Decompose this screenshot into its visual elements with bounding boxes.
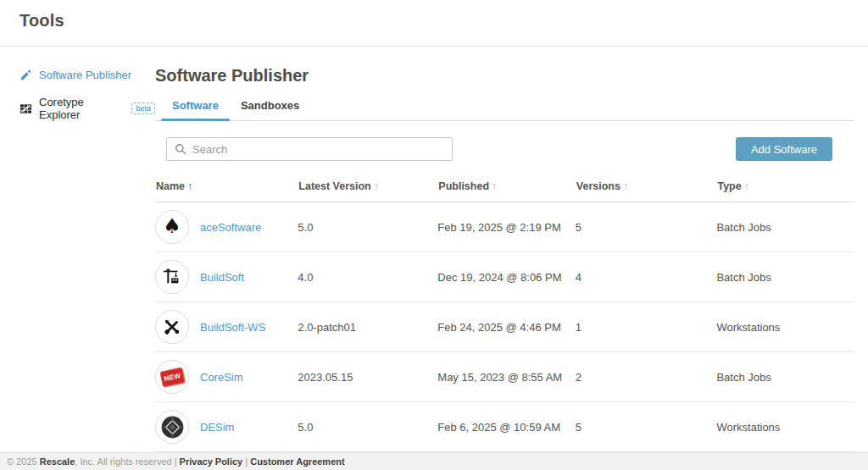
section-title: Software Publisher: [155, 66, 854, 86]
chart-icon: [19, 102, 32, 115]
page-title: Tools: [19, 11, 868, 30]
company-name: Rescale: [40, 456, 75, 467]
crane-icon: [163, 268, 181, 286]
tab-software[interactable]: Software: [161, 99, 230, 120]
main-panel: Software Publisher Software Sandboxes Ad…: [155, 47, 854, 452]
sort-arrow-icon: ↑: [623, 180, 628, 192]
toolbar: Add Software: [155, 137, 854, 161]
type-cell: Batch Jobs: [716, 202, 854, 252]
search-icon: [175, 143, 186, 155]
versions-cell: 4: [576, 252, 717, 302]
sidebar: Software Publisher Coretype Explorer bet…: [0, 47, 155, 135]
copyright-text: © 2025: [7, 456, 40, 467]
published-cell: Feb 19, 2025 @ 2:19 PM: [437, 202, 576, 252]
published-cell: May 15, 2023 @ 8:55 AM: [437, 352, 576, 402]
versions-cell: 1: [576, 302, 717, 352]
latest-version-cell: 2023.05.15: [298, 352, 437, 402]
column-header-versions[interactable]: Versions↑: [576, 175, 717, 202]
sort-arrow-icon: ↑: [187, 180, 192, 192]
customer-agreement-link[interactable]: Customer Agreement: [250, 456, 344, 467]
search-box[interactable]: [166, 137, 453, 161]
avatar: [155, 310, 189, 344]
table-header-row: Name↑ Latest Version↑ Published↑ Version…: [155, 175, 854, 202]
latest-version-cell: 4.0: [298, 252, 437, 302]
beta-badge: beta: [131, 102, 155, 114]
search-input[interactable]: [192, 143, 444, 156]
software-link[interactable]: DESim: [200, 421, 234, 434]
latest-version-cell: 5.0: [298, 402, 437, 452]
tools-page: Tools Software Publisher Coretype Explor…: [0, 0, 868, 470]
table-row: ♠ aceSoftware 5.0 Feb 19, 2025 @ 2:19 PM…: [155, 202, 854, 252]
avatar: [155, 260, 189, 294]
tab-sandboxes[interactable]: Sandboxes: [230, 99, 310, 120]
software-link[interactable]: BuildSoft: [200, 271, 244, 284]
pencil-icon: [19, 69, 32, 81]
software-link[interactable]: aceSoftware: [200, 221, 261, 234]
published-cell: Feb 6, 2025 @ 10:59 AM: [437, 402, 576, 452]
spade-icon: ♠: [163, 216, 181, 236]
type-cell: Batch Jobs: [716, 252, 854, 302]
software-table: Name↑ Latest Version↑ Published↑ Version…: [155, 175, 854, 452]
sort-arrow-icon: ↑: [374, 180, 379, 192]
column-header-latest-version[interactable]: Latest Version↑: [298, 175, 437, 202]
tab-bar: Software Sandboxes: [155, 99, 854, 121]
copyright-suffix: , Inc. All rights reserved: [75, 456, 174, 467]
table-row: BuildSoft-WS 2.0-patch01 Feb 24, 2025 @ …: [155, 302, 854, 352]
published-cell: Dec 19, 2024 @ 8:06 PM: [437, 252, 576, 302]
add-software-button[interactable]: Add Software: [736, 137, 832, 161]
content-area: Software Publisher Coretype Explorer bet…: [0, 47, 868, 452]
published-cell: Feb 24, 2025 @ 4:46 PM: [437, 302, 576, 352]
sidebar-item-software-publisher[interactable]: Software Publisher: [19, 69, 155, 81]
sidebar-item-label: Coretype Explorer: [39, 96, 123, 121]
software-link[interactable]: CoreSim: [200, 371, 243, 384]
crossed-tools-icon: [163, 318, 181, 336]
new-sticker-icon: NEW: [159, 367, 185, 387]
avatar: [155, 410, 189, 444]
latest-version-cell: 2.0-patch01: [298, 302, 437, 352]
latest-version-cell: 5.0: [298, 202, 437, 252]
versions-cell: 5: [576, 402, 717, 452]
avatar: ♠: [155, 210, 189, 244]
sidebar-item-label: Software Publisher: [39, 69, 131, 81]
privacy-policy-link[interactable]: Privacy Policy: [180, 456, 243, 467]
diamond-target-icon: [161, 416, 184, 439]
page-header: Tools: [0, 0, 868, 47]
column-header-name[interactable]: Name↑: [155, 175, 298, 202]
avatar: NEW: [155, 360, 189, 394]
table-row: BuildSoft 4.0 Dec 19, 2024 @ 8:06 PM 4 B…: [155, 252, 854, 302]
type-cell: Batch Jobs: [716, 352, 854, 402]
footer: © 2025 Rescale, Inc. All rights reserved…: [0, 452, 868, 470]
sort-arrow-icon: ↑: [492, 180, 497, 192]
table-row: NEW CoreSim 2023.05.15 May 15, 2023 @ 8:…: [155, 352, 854, 402]
versions-cell: 2: [576, 352, 717, 402]
column-header-type[interactable]: Type↑: [716, 175, 854, 202]
type-cell: Workstations: [716, 402, 854, 452]
sort-arrow-icon: ↑: [744, 180, 749, 192]
type-cell: Workstations: [716, 302, 854, 352]
table-row: DESim 5.0 Feb 6, 2025 @ 10:59 AM 5 Works…: [155, 402, 854, 452]
column-header-published[interactable]: Published↑: [437, 175, 576, 202]
software-link[interactable]: BuildSoft-WS: [200, 321, 265, 334]
versions-cell: 5: [576, 202, 717, 252]
sidebar-item-coretype-explorer[interactable]: Coretype Explorer beta: [19, 96, 155, 121]
